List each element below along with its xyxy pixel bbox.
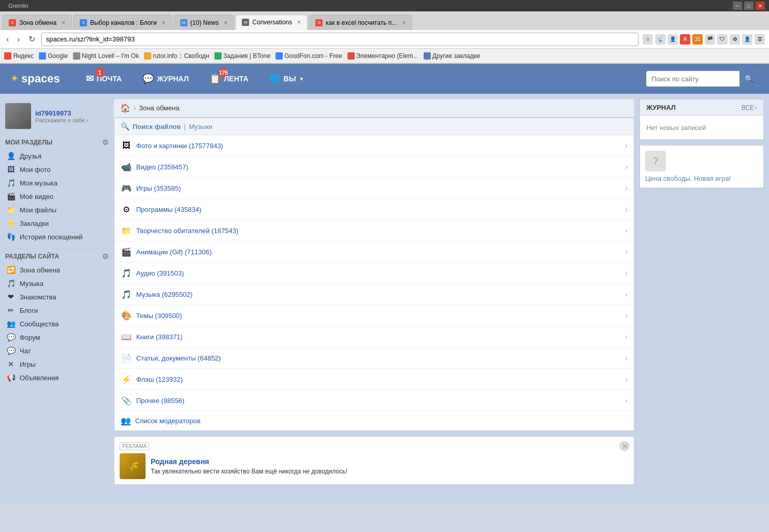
- user-icon[interactable]: 👤: [668, 34, 678, 45]
- category-item[interactable]: 🎨Темы (309500)›: [114, 305, 634, 326]
- bookmark-item[interactable]: rutor.info :: Свободн: [144, 52, 209, 60]
- url-input[interactable]: [41, 33, 639, 46]
- tab-close-icon[interactable]: ×: [297, 19, 301, 26]
- browser-tab[interactable]: SВыбор каналов : Блоги×: [73, 15, 172, 30]
- category-item[interactable]: 🎮Игры (353585)›: [114, 178, 634, 199]
- sidebar-item-label: Мои фото: [20, 166, 51, 174]
- sidebar-site-item-чат[interactable]: 💬Чат: [5, 344, 109, 357]
- sidebar-site-item-знакомства[interactable]: ❤Знакомства: [5, 290, 109, 304]
- settings-icon[interactable]: ⚙: [730, 34, 740, 45]
- nav-item-журнал[interactable]: 💬ЖУРНАЛ: [137, 64, 194, 94]
- journal-empty-text: Нет новых записей: [646, 124, 706, 132]
- browser-tab[interactable]: SЗона обмена×: [2, 15, 72, 30]
- title-bar: Gremlin ─ □ ✕: [0, 0, 769, 11]
- tab-close-icon[interactable]: ×: [402, 19, 405, 26]
- browser-tab[interactable]: ✉Conversations×: [235, 15, 308, 30]
- menu-icon[interactable]: ☰: [755, 34, 765, 45]
- forward-button[interactable]: ›: [15, 34, 22, 45]
- sidebar-item-мои-файлы[interactable]: 📁Мои файлы: [5, 203, 109, 217]
- sidebar-item-мои-фото[interactable]: 🖼Мои фото: [5, 163, 109, 176]
- tab-close-icon[interactable]: ×: [62, 19, 65, 26]
- bookmark-item[interactable]: Задания | BTone: [214, 52, 270, 60]
- site-search-button[interactable]: 🔍: [739, 71, 759, 87]
- category-item[interactable]: 📄Статьи, документы (64852)›: [114, 348, 634, 369]
- journal-all-link[interactable]: ВСЕ ›: [742, 104, 757, 111]
- tab-close-icon[interactable]: ×: [224, 19, 227, 26]
- sidebar-site-item-объявления[interactable]: 📢Объявления: [5, 371, 109, 384]
- user-id[interactable]: id79919973: [35, 109, 109, 117]
- site-items-list: 🔁Зона обмена🎵Музыка❤Знакомства✏Блоги👥Соо…: [5, 263, 109, 384]
- category-item[interactable]: 🎵Музыка (6295502)›: [114, 284, 634, 305]
- rss-icon[interactable]: 📡: [655, 34, 665, 45]
- user-desc[interactable]: Расскажите о себе ›: [35, 117, 109, 123]
- category-item[interactable]: 🎵Аудио (391503)›: [114, 263, 634, 284]
- sidebar-item-icon: 🔁: [6, 265, 16, 275]
- back-button[interactable]: ‹: [4, 34, 11, 45]
- bookmark-star-icon[interactable]: ☆: [643, 34, 653, 45]
- sidebar-item-друзья[interactable]: 👤Друзья: [5, 149, 109, 163]
- close-button[interactable]: ✕: [756, 2, 765, 10]
- category-item[interactable]: 📖Книги (398371)›: [114, 326, 634, 348]
- sidebar-item-история-посещений[interactable]: 👣История посещений: [5, 230, 109, 243]
- site-sections: РАЗДЕЛЫ САЙТА ⚙ 🔁Зона обмена🎵Музыка❤Знак…: [5, 252, 109, 384]
- site-sections-gear-icon[interactable]: ⚙: [102, 252, 109, 261]
- sidebar-site-item-зона-обмена[interactable]: 🔁Зона обмена: [5, 263, 109, 277]
- category-item[interactable]: 🎬Анимации (Gif) (711306)›: [114, 241, 634, 263]
- person-icon[interactable]: 👤: [742, 34, 752, 45]
- flag-icon[interactable]: 🏴: [705, 34, 715, 45]
- shield-icon[interactable]: 🛡: [717, 34, 728, 45]
- bookmark-item[interactable]: Яндекс: [4, 52, 34, 60]
- page: ✦ spaces ✉1ПОЧТА💬ЖУРНАЛ📋176ЛЕНТА🌐ВЫ▼ 🔍 i…: [0, 64, 769, 504]
- category-icon: 📎: [121, 395, 132, 406]
- bookmark-favicon: [144, 52, 151, 60]
- sidebar-site-item-сообщества[interactable]: 👥Сообщества: [5, 317, 109, 330]
- category-item[interactable]: ⚡Флэш (123932)›: [114, 369, 634, 390]
- sidebar-item-icon: ✏: [6, 306, 16, 315]
- bookmark-item[interactable]: Google: [39, 52, 68, 60]
- sidebar-site-item-музыка[interactable]: 🎵Музыка: [5, 277, 109, 290]
- sidebar-item-моя-музыка[interactable]: 🎵Моя музыка: [5, 176, 109, 190]
- category-item[interactable]: 🖼Фото и картинки (17577843)›: [114, 135, 634, 156]
- category-item[interactable]: 📹Видео (2359457)›: [114, 156, 634, 178]
- sidebar-item-label: Моё видео: [20, 193, 53, 200]
- bookmark-item[interactable]: Другие закладки: [424, 52, 480, 60]
- moderators-text[interactable]: Список модераторов: [135, 417, 200, 425]
- moderators-row[interactable]: 👥 Список модераторов: [114, 411, 634, 430]
- site-logo[interactable]: ✦ spaces: [10, 72, 60, 85]
- sidebar-site-item-форум[interactable]: 💬Форум: [5, 330, 109, 344]
- nav-item-лента[interactable]: 📋176ЛЕНТА: [204, 64, 253, 94]
- my-sections-gear-icon[interactable]: ⚙: [102, 138, 109, 147]
- search-files-link[interactable]: Поиск файлов: [133, 123, 181, 131]
- minimize-button[interactable]: ─: [733, 2, 742, 10]
- tab-close-icon[interactable]: ×: [162, 19, 166, 26]
- ad-title[interactable]: Родная деревня: [151, 457, 629, 466]
- category-icon: 📄: [121, 352, 132, 364]
- app-icon-2[interactable]: 31: [692, 34, 703, 45]
- browser-chrome: Gremlin ─ □ ✕ SЗона обмена×SВыбор канало…: [0, 0, 769, 64]
- ad-close-button[interactable]: ✕: [619, 441, 630, 451]
- search-music-link[interactable]: Музыки: [189, 123, 213, 131]
- bookmark-item[interactable]: Night Lovell – I'm Ok: [73, 52, 139, 60]
- category-item[interactable]: ⚙Программы (435834)›: [114, 199, 634, 220]
- browser-tab[interactable]: Gкак в excel посчитать п...×: [309, 15, 412, 30]
- sidebar-item-icon: ✕: [6, 360, 16, 369]
- breadcrumb-current: Зона обмена: [139, 104, 179, 112]
- sidebar-item-закладки[interactable]: ⭐Закладки: [5, 217, 109, 230]
- category-item[interactable]: 📁Творчество обитателей (187543)›: [114, 220, 634, 241]
- bookmark-item[interactable]: Элементарно (Elem...: [347, 52, 418, 60]
- maximize-button[interactable]: □: [744, 2, 753, 10]
- breadcrumb-home-icon[interactable]: 🏠: [120, 103, 130, 113]
- sidebar-site-item-игры[interactable]: ✕Игры: [5, 357, 109, 371]
- category-icon: 🎬: [121, 246, 132, 257]
- promo-link[interactable]: Цена свободы. Новая игра!: [645, 175, 758, 182]
- nav-item-вы[interactable]: 🌐ВЫ▼: [264, 64, 310, 94]
- app-icon-1[interactable]: A: [680, 34, 690, 45]
- nav-item-почта[interactable]: ✉1ПОЧТА: [81, 64, 127, 94]
- bookmark-item[interactable]: GoodFon.com - Free: [275, 52, 342, 60]
- browser-tab[interactable]: vk(10) News×: [173, 15, 235, 30]
- refresh-button[interactable]: ↻: [26, 33, 37, 45]
- sidebar-item-моё-видео[interactable]: 🎬Моё видео: [5, 190, 109, 203]
- sidebar-site-item-блоги[interactable]: ✏Блоги: [5, 304, 109, 317]
- site-search-input[interactable]: [646, 75, 739, 83]
- category-item[interactable]: 📎Прочее (98556)›: [114, 390, 634, 411]
